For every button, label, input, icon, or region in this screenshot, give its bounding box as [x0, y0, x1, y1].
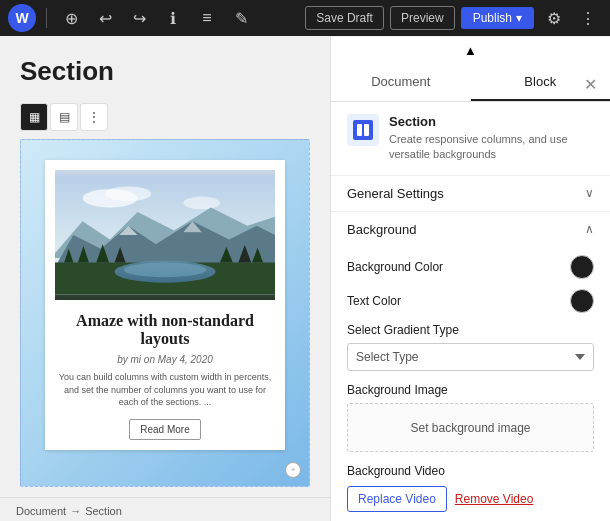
add-block-button[interactable]: ⊕ [57, 4, 85, 32]
preview-button[interactable]: Preview [390, 6, 455, 30]
topbar-actions: Save Draft Preview Publish ▾ ⚙ ⋮ [305, 4, 602, 32]
block-info: Section Create responsive columns, and u… [331, 102, 610, 176]
general-settings-header[interactable]: General Settings ∨ [331, 176, 610, 211]
background-chevron-icon: ∧ [585, 222, 594, 236]
wp-logo[interactable]: W [8, 4, 36, 32]
breadcrumb: Document → Section [0, 497, 330, 521]
svg-rect-18 [357, 124, 362, 136]
settings-button[interactable]: ⚙ [540, 4, 568, 32]
panel-tabs: Document Block ✕ [331, 64, 610, 102]
block-icon-container [347, 114, 379, 146]
background-image-label: Background Image [347, 383, 594, 397]
breadcrumb-separator: → [70, 505, 81, 517]
more-options-button[interactable]: ⋮ [574, 4, 602, 32]
editor-area: Section ▦ ▤ ⋮ [0, 36, 330, 521]
info-icon: ℹ [170, 9, 176, 28]
set-background-image-button[interactable]: Set background image [347, 403, 594, 452]
background-color-row: Background Color [347, 255, 594, 279]
tab-document[interactable]: Document [331, 64, 471, 101]
topbar: W ⊕ ↩ ↪ ℹ ≡ ✎ Save Draft Preview Publish… [0, 0, 610, 36]
pencil-icon: ✎ [235, 9, 248, 28]
page-title: Section [20, 56, 310, 87]
topbar-separator [46, 8, 47, 28]
svg-point-17 [124, 263, 207, 278]
scroll-up-button[interactable]: ▲ [331, 36, 610, 64]
undo-icon: ↩ [99, 9, 112, 28]
block-info-text: Section Create responsive columns, and u… [389, 114, 594, 163]
list-view-button[interactable]: ≡ [193, 4, 221, 32]
redo-icon: ↪ [133, 9, 146, 28]
section-byline: by mi on May 4, 2020 [55, 354, 275, 365]
section-image [55, 170, 275, 300]
layout-list-button[interactable]: ▤ [50, 103, 78, 131]
general-settings-section: General Settings ∨ [331, 176, 610, 212]
svg-point-2 [105, 186, 151, 201]
background-color-swatch[interactable] [570, 255, 594, 279]
main-area: Section ▦ ▤ ⋮ [0, 36, 610, 521]
block-toolbar: ▦ ▤ ⋮ [20, 103, 310, 131]
grid-icon: ▦ [29, 110, 40, 124]
dots-icon: ⋮ [88, 110, 100, 124]
text-color-label: Text Color [347, 294, 401, 308]
panel-close-button[interactable]: ✕ [578, 72, 602, 96]
section-inner: Amaze with non-standard layouts by mi on… [45, 160, 285, 450]
gradient-type-container: Select Gradient Type Select Type Linear … [347, 323, 594, 371]
svg-rect-19 [364, 124, 369, 136]
replace-video-button[interactable]: Replace Video [347, 486, 447, 512]
more-icon: ⋮ [580, 9, 596, 28]
publish-button[interactable]: Publish ▾ [461, 7, 534, 29]
publish-arrow-icon: ▾ [516, 11, 522, 25]
background-section-header[interactable]: Background ∧ [331, 212, 610, 247]
background-video-container: Background Video Replace Video Remove Vi… [347, 464, 594, 512]
list-icon: ≡ [202, 9, 211, 27]
gradient-type-label: Select Gradient Type [347, 323, 594, 337]
save-draft-button[interactable]: Save Draft [305, 6, 384, 30]
video-buttons: Replace Video Remove Video [347, 486, 594, 512]
info-button[interactable]: ℹ [159, 4, 187, 32]
block-icon [353, 120, 373, 140]
section-resize-handle[interactable]: + [285, 462, 301, 478]
publish-label: Publish [473, 11, 512, 25]
editor-content: Section ▦ ▤ ⋮ [0, 36, 330, 497]
block-info-title: Section [389, 114, 594, 129]
background-section-title: Background [347, 222, 416, 237]
undo-button[interactable]: ↩ [91, 4, 119, 32]
section-body: You can build columns with custom width … [55, 371, 275, 409]
background-color-label: Background Color [347, 260, 443, 274]
section-block[interactable]: Amaze with non-standard layouts by mi on… [20, 139, 310, 487]
breadcrumb-document[interactable]: Document [16, 505, 66, 517]
background-section: Background ∧ Background Color Text Color… [331, 212, 610, 521]
text-color-swatch[interactable] [570, 289, 594, 313]
set-bg-image-label: Set background image [410, 421, 530, 435]
section-card-title: Amaze with non-standard layouts [55, 312, 275, 348]
block-info-description: Create responsive columns, and use versa… [389, 132, 594, 163]
tools-button[interactable]: ✎ [227, 4, 255, 32]
gradient-type-select[interactable]: Select Type Linear Gradient Radial Gradi… [347, 343, 594, 371]
chevron-up-icon: ▲ [464, 43, 477, 58]
gear-icon: ⚙ [547, 9, 561, 28]
close-icon: ✕ [584, 75, 597, 94]
redo-button[interactable]: ↪ [125, 4, 153, 32]
list-layout-icon: ▤ [59, 110, 70, 124]
general-settings-title: General Settings [347, 186, 444, 201]
background-section-body: Background Color Text Color Select Gradi… [331, 247, 610, 521]
read-more-button[interactable]: Read More [129, 419, 200, 440]
svg-point-3 [183, 197, 220, 210]
layout-grid-button[interactable]: ▦ [20, 103, 48, 131]
breadcrumb-section[interactable]: Section [85, 505, 122, 517]
background-image-container: Background Image Set background image [347, 383, 594, 452]
text-color-row: Text Color [347, 289, 594, 313]
general-settings-chevron-icon: ∨ [585, 186, 594, 200]
background-video-label: Background Video [347, 464, 594, 478]
block-options-button[interactable]: ⋮ [80, 103, 108, 131]
remove-video-button[interactable]: Remove Video [455, 486, 534, 512]
plus-icon: ⊕ [65, 9, 78, 28]
right-panel: ▲ Document Block ✕ Section Crea [330, 36, 610, 521]
